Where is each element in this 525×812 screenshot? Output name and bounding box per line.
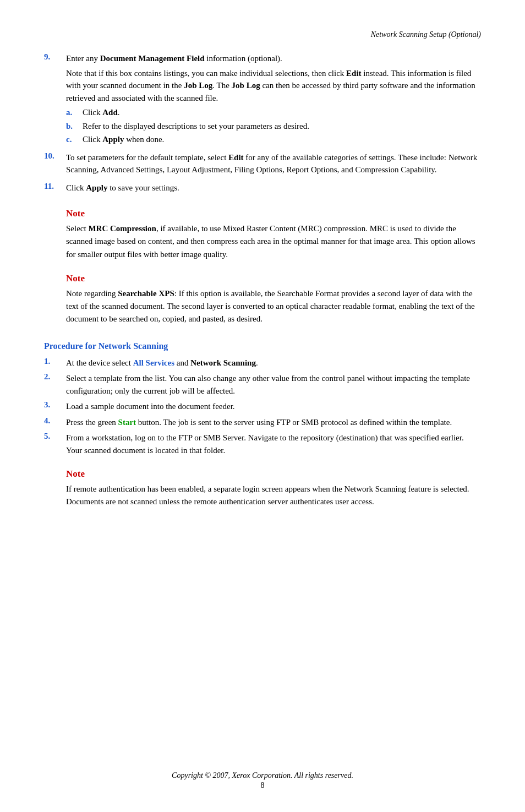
step-9b-num: b. — [66, 120, 83, 133]
procedure-title: Procedure for Network Scanning — [44, 341, 481, 351]
page-number: 8 — [0, 781, 525, 790]
note-2-body: Note regarding Searchable XPS: If this o… — [66, 287, 481, 326]
note-2: Note Note regarding Searchable XPS: If t… — [66, 273, 481, 326]
step-9a-text: Click Add. — [83, 106, 120, 119]
step-9: 9. Enter any Document Management Field i… — [44, 52, 481, 148]
header-title: Network Scanning Setup (Optional) — [371, 30, 481, 39]
step-9a-num: a. — [66, 106, 83, 119]
page-header: Network Scanning Setup (Optional) — [44, 30, 481, 39]
page: Network Scanning Setup (Optional) 9. Ent… — [0, 0, 525, 812]
proc-step-2-content: Select a template from the list. You can… — [66, 372, 481, 397]
step-9c: c. Click Apply when done. — [66, 133, 481, 146]
proc-step-2-num: 2. — [44, 372, 66, 382]
note-1: Note Select MRC Compression, if availabl… — [66, 208, 481, 261]
step-9c-num: c. — [66, 133, 83, 146]
proc-step-4: 4. Press the green Start button. The job… — [44, 416, 481, 429]
page-footer: Copyright © 2007, Xerox Corporation. All… — [0, 771, 525, 790]
note-1-title: Note — [66, 208, 481, 219]
proc-step-3-num: 3. — [44, 400, 66, 410]
step-11-content: Click Apply to save your settings. — [66, 182, 481, 197]
proc-step-5-num: 5. — [44, 432, 66, 441]
step-9-content: Enter any Document Management Field info… — [66, 52, 481, 148]
bold-joblog-2: Job Log — [232, 81, 260, 90]
step-9-num: 9. — [44, 52, 66, 62]
proc-step-3: 3. Load a sample document into the docum… — [44, 400, 481, 413]
step-9b: b. Refer to the displayed descriptions t… — [66, 120, 481, 133]
proc-step-1-num: 1. — [44, 357, 66, 366]
bold-dmf: Document Management Field — [100, 54, 205, 63]
proc-step-1: 1. At the device select All Services and… — [44, 357, 481, 369]
proc-step-4-num: 4. — [44, 416, 66, 426]
note-3-title: Note — [66, 468, 481, 479]
note-3-body: If remote authentication has been enable… — [66, 483, 481, 509]
proc-step-3-content: Load a sample document into the document… — [66, 400, 481, 413]
step-9a: a. Click Add. — [66, 106, 481, 119]
proc-step-1-content: At the device select All Services and Ne… — [66, 357, 481, 369]
bold-joblog-1: Job Log — [184, 81, 212, 90]
step-9-substeps: a. Click Add. b. Refer to the displayed … — [66, 106, 481, 146]
proc-step-4-content: Press the green Start button. The job is… — [66, 416, 481, 429]
step-10: 10. To set parameters for the default te… — [44, 151, 481, 178]
note-2-title: Note — [66, 273, 481, 284]
bold-edit-1: Edit — [346, 69, 362, 78]
start-button-ref: Start — [118, 418, 136, 427]
all-services-link: All Services — [133, 358, 174, 367]
proc-step-2: 2. Select a template from the list. You … — [44, 372, 481, 397]
proc-step-5: 5. From a workstation, log on to the FTP… — [44, 432, 481, 456]
step-10-num: 10. — [44, 151, 66, 161]
note-3: Note If remote authentication has been e… — [66, 468, 481, 509]
step-11-num: 11. — [44, 182, 66, 191]
step-9b-text: Refer to the displayed descriptions to s… — [83, 120, 309, 133]
proc-step-5-content: From a workstation, log on to the FTP or… — [66, 432, 481, 456]
step-11: 11. Click Apply to save your settings. — [44, 182, 481, 197]
copyright: Copyright © 2007, Xerox Corporation. All… — [0, 771, 525, 780]
note-1-body: Select MRC Compression, if available, to… — [66, 222, 481, 261]
step-9c-text: Click Apply when done. — [83, 133, 164, 146]
step-10-content: To set parameters for the default templa… — [66, 151, 481, 178]
